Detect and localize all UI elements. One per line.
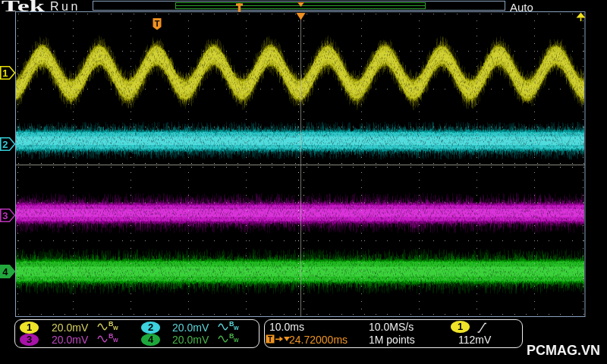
svg-text:2: 2: [2, 139, 8, 150]
svg-text:T: T: [155, 19, 160, 28]
svg-text:4: 4: [2, 266, 8, 278]
svg-text:1: 1: [2, 67, 8, 79]
svg-text:3: 3: [2, 210, 8, 221]
